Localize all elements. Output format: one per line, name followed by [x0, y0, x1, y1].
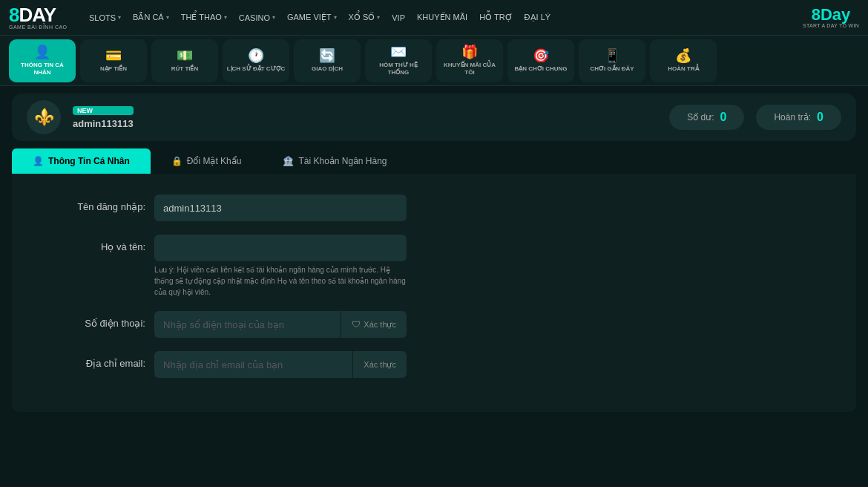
fullname-row: Họ và tên: Lưu ý: Hội viên cần liên kết …: [42, 235, 826, 298]
logo-right-sub: START A DAY TO WIN: [803, 23, 859, 28]
fullname-input[interactable]: [154, 235, 407, 261]
phone-verify-button[interactable]: 🛡 Xác thực: [341, 311, 407, 338]
email-row: Địa chỉ email: Xác thực: [42, 351, 826, 378]
email-input-group: Xác thực: [154, 351, 407, 378]
tab-thông-tin-cá-nhân[interactable]: 👤Thông Tin Cá Nhân: [12, 148, 151, 174]
logo-text: 8DAY: [9, 5, 68, 24]
qnav-item-lịch-sử-đặ[interactable]: 🕐LỊCH SỬ ĐẶT CƯỢC: [223, 39, 289, 82]
user-info: NEW admin113113: [73, 106, 134, 129]
qnav-item-giao-dịch[interactable]: 🔄GIAO DỊCH: [294, 39, 361, 82]
qnav-label: NẠP TIỀN: [100, 65, 127, 73]
user-bar: ⚜️ NEW admin113113 Số dư: 0 Hoàn trả: 0: [12, 94, 856, 141]
phone-input[interactable]: [154, 311, 341, 338]
qnav-icon: 📱: [604, 49, 620, 62]
nav-item-hỗ-trợ[interactable]: HỖ TRỢ: [473, 0, 518, 36]
qnav-label: RÚT TIỀN: [171, 65, 199, 73]
email-input[interactable]: [154, 351, 352, 378]
nav-item-slots[interactable]: SLOTS▾: [83, 0, 127, 36]
fullname-label: Họ và tên:: [42, 235, 145, 252]
chevron-down-icon: ▾: [334, 14, 337, 21]
nav-item-khuyến-mãi[interactable]: KHUYẾN MÃI: [411, 0, 473, 36]
username-label: Tên đăng nhập:: [42, 195, 145, 212]
avatar: ⚜️: [27, 100, 61, 134]
nav-item-thể-thao[interactable]: THỂ THAO▾: [175, 0, 233, 36]
nav-item-game-việt[interactable]: GAME VIỆT▾: [281, 0, 343, 36]
tab-icon: 🔒: [171, 156, 183, 166]
qnav-label: HÒM THƯ HỆ THỐNG: [368, 62, 429, 76]
tab-icon: 🏦: [283, 156, 294, 166]
qnav-label: KHUYẾN MÃI CỦA TÔI: [439, 62, 500, 76]
qnav-label: LỊCH SỬ ĐẶT CƯỢC: [227, 65, 286, 73]
qnav-icon: 💵: [177, 49, 193, 62]
email-verify-label: Xác thực: [364, 360, 396, 370]
phone-row: Số điện thoại: 🛡 Xác thực: [42, 311, 826, 338]
logo: 8DAY GAME BÀI ĐỈNH CAO: [9, 5, 68, 30]
fullname-wrap: Lưu ý: Hội viên cần liên kết số tài khoả…: [154, 235, 407, 298]
email-verify-button[interactable]: Xác thực: [352, 351, 407, 378]
phone-verify-label: Xác thực: [364, 320, 396, 330]
tab-label: Tài Khoản Ngân Hàng: [298, 156, 387, 166]
chevron-down-icon: ▾: [272, 14, 275, 21]
qnav-label: THÔNG TIN CÁ NHÂN: [12, 62, 73, 76]
qnav-icon: 🎯: [533, 49, 549, 62]
logo-8: 8: [9, 4, 19, 26]
tab-icon: 👤: [33, 156, 44, 166]
quick-nav-items: 👤THÔNG TIN CÁ NHÂN💳NẠP TIỀN💵RÚT TIỀN🕐LỊC…: [9, 39, 717, 82]
shield-icon: 🛡: [352, 319, 361, 330]
hoantra-label: Hoàn trả:: [774, 112, 811, 122]
qnav-icon: 🔄: [319, 49, 335, 62]
form-note: Lưu ý: Hội viên cần liên kết số tài khoả…: [154, 264, 407, 298]
chevron-down-icon: ▾: [118, 14, 121, 21]
logo-day: DAY: [19, 4, 56, 26]
nav-items: SLOTS▾BẮN CÁ▾THỂ THAO▾CASINO▾GAME VIỆT▾X…: [83, 0, 556, 36]
qnav-icon: 👤: [34, 45, 50, 59]
chevron-down-icon: ▾: [166, 14, 169, 21]
nav-item-đại-lý[interactable]: ĐẠI LÝ: [519, 0, 557, 36]
tabs: 👤Thông Tin Cá Nhân🔒Đổi Mật Khẩu🏦Tài Khoả…: [12, 148, 408, 174]
username-row: Tên đăng nhập:: [42, 195, 826, 221]
qnav-item-rút-tiền[interactable]: 💵RÚT TIỀN: [151, 39, 218, 82]
nav-item-xổ-số[interactable]: XỔ SỐ▾: [343, 0, 387, 36]
navbar: 8DAY GAME BÀI ĐỈNH CAO SLOTS▾BẮN CÁ▾THỂ …: [0, 0, 868, 36]
qnav-item-hoàn-trả[interactable]: 💰HOÀN TRẢ: [650, 39, 717, 82]
tabs-bar: 👤Thông Tin Cá Nhân🔒Đổi Mật Khẩu🏦Tài Khoả…: [12, 148, 856, 174]
nav-item-casino[interactable]: CASINO▾: [233, 0, 281, 36]
phone-input-group: 🛡 Xác thực: [154, 311, 407, 338]
qnav-label: HOÀN TRẢ: [668, 65, 698, 73]
main-content: Tên đăng nhập: Họ và tên: Lưu ý: Hội viê…: [12, 174, 856, 412]
qnav-label: GIAO DỊCH: [312, 65, 343, 73]
qnav-icon: 💰: [675, 49, 691, 62]
qnav-item-khuyến-mãi[interactable]: 🎁KHUYẾN MÃI CỦA TÔI: [436, 39, 503, 82]
tab-label: Thông Tin Cá Nhân: [48, 156, 130, 166]
qnav-item-nạp-tiền[interactable]: 💳NẠP TIỀN: [80, 39, 147, 82]
qnav-item-bạn-chơi-c[interactable]: 🎯BẠN CHƠI CHUNG: [507, 39, 574, 82]
qnav-label: CHƠI GẦN ĐÂY: [590, 65, 634, 73]
username-display: admin113113: [73, 118, 134, 129]
balance-label: Số dư:: [687, 112, 714, 122]
qnav-icon: 🕐: [248, 49, 264, 62]
username-input: [154, 195, 407, 221]
qnav-icon: 🎁: [461, 45, 478, 59]
tab-label: Đổi Mật Khẩu: [187, 156, 242, 166]
chevron-down-icon: ▾: [377, 14, 380, 21]
balance-value: 0: [720, 111, 727, 124]
qnav-icon: 💳: [105, 49, 122, 62]
hoantra-value: 0: [817, 111, 823, 124]
email-label: Địa chỉ email:: [42, 351, 145, 369]
hoantra-box: Hoàn trả: 0: [756, 105, 841, 130]
logo-right-text: 8Day: [812, 7, 851, 23]
nav-item-vip[interactable]: VIP: [386, 0, 411, 36]
qnav-item-thông-tin-[interactable]: 👤THÔNG TIN CÁ NHÂN: [9, 39, 76, 82]
balance-box: Số dư: 0: [669, 105, 744, 130]
nav-item-bắn-cá[interactable]: BẮN CÁ▾: [127, 0, 175, 36]
phone-label: Số điện thoại:: [42, 311, 145, 329]
tab-tài-khoản-ngân-hàng[interactable]: 🏦Tài Khoản Ngân Hàng: [262, 148, 407, 174]
quick-nav: 👤THÔNG TIN CÁ NHÂN💳NẠP TIỀN💵RÚT TIỀN🕐LỊC…: [0, 36, 868, 86]
qnav-item-hòm-thư-hệ[interactable]: ✉️HÒM THƯ HỆ THỐNG: [365, 39, 432, 82]
chevron-down-icon: ▾: [224, 14, 227, 21]
qnav-item-chơi-gần-đ[interactable]: 📱CHƠI GẦN ĐÂY: [579, 39, 645, 82]
logo-right: 8Day START A DAY TO WIN: [803, 7, 859, 28]
tab-đổi-mật-khẩu[interactable]: 🔒Đổi Mật Khẩu: [151, 148, 263, 174]
qnav-label: BẠN CHƠI CHUNG: [514, 65, 567, 73]
qnav-icon: ✉️: [390, 45, 407, 59]
